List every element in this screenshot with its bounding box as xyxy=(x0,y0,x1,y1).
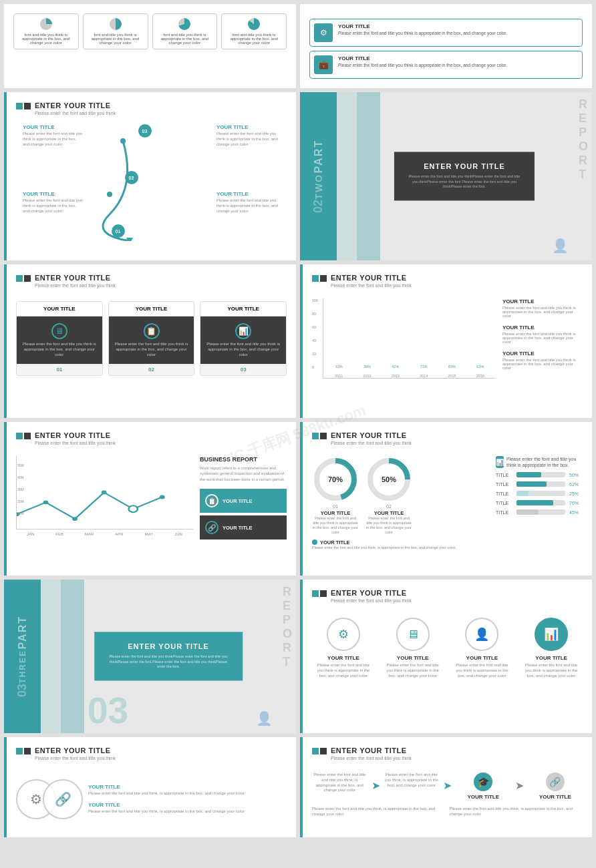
bar-subtitle: Please enter the font and title you thin… xyxy=(331,283,412,288)
feature-text-2: Please enter the font and title you thin… xyxy=(338,63,507,67)
step-left-bot: YOUR TITLE Please enter the font and tit… xyxy=(23,191,83,214)
prog-item-2: TITLE 62% xyxy=(496,481,583,487)
part-word: PART xyxy=(313,140,324,173)
legend-text-3: Please enter the font and title you thin… xyxy=(502,358,583,370)
roadmap-subtitle: Please enter the font and title you thin… xyxy=(35,111,116,116)
donut-item-title-1: YOUR TITLE xyxy=(312,510,359,516)
arrow-icon-1: ➤ xyxy=(371,779,380,792)
flow-item-title-2: YOUR TITLE xyxy=(88,802,287,808)
part3-report-letters: R E P O R T xyxy=(283,585,292,669)
bar-col-2015: 83% 2015 xyxy=(439,372,464,378)
report-your-title-2: YOUR TITLE xyxy=(222,525,253,531)
flow-item-title-1: YOUR TITLE xyxy=(88,784,287,790)
step-right-top: YOUR TITLE Please enter the font and tit… xyxy=(216,124,280,147)
bar-val-2012: 39% xyxy=(361,365,373,369)
x-jan: JAN xyxy=(27,532,34,536)
svg-point-8 xyxy=(160,495,165,499)
slide-header-line: ENTER YOUR TITLE Please enter the font a… xyxy=(16,431,287,451)
step-num-02: 02 xyxy=(125,171,138,184)
line-chart-area xyxy=(16,456,193,529)
pie-chart-3 xyxy=(178,18,190,30)
card-footer-1: 01 xyxy=(17,364,102,375)
prog-fill-5 xyxy=(516,509,539,515)
prog-bg-2 xyxy=(516,481,565,487)
prog-bg-3 xyxy=(516,491,565,496)
part-description: Please enter the font and title you thin… xyxy=(406,174,523,190)
report-your-title-1: YOUR TITLE xyxy=(222,498,253,504)
donut-layout: 70% 01 YOUR TITLE Please enter the font … xyxy=(312,456,583,550)
part3-left-bar: PART THREE 03 xyxy=(4,580,41,733)
letter-e: E xyxy=(579,112,588,126)
prog-item-1: TITLE 50% xyxy=(496,472,583,477)
roadmap-svg xyxy=(56,134,216,241)
teal-strip-3 xyxy=(61,580,84,733)
x-axis-labels: JAN FEB MAR APR MAY JUN xyxy=(16,532,193,536)
step-text-lb: Please enter the font and title you thin… xyxy=(23,198,83,214)
main-grid: font and title you think is appropriate … xyxy=(0,0,596,841)
part-center-box: ENTER YOUR TITLE Please enter the font a… xyxy=(394,152,535,200)
x-feb: FEB xyxy=(55,532,63,536)
feature-box-1: ⚙ YOUR TITLE Please enter the font and t… xyxy=(309,19,583,47)
pie-chart-2 xyxy=(110,18,122,30)
arrow-title: ENTER YOUR TITLE xyxy=(331,746,412,754)
flow-item-text-1: Please enter the font and title you thin… xyxy=(88,791,287,797)
y-20: 20 xyxy=(312,352,318,356)
dark-sq-flow xyxy=(24,748,31,754)
prog-desc: Please enter the font and title you thin… xyxy=(506,456,583,468)
teal-sq-bar xyxy=(312,275,319,282)
step-title-lb: YOUR TITLE xyxy=(23,191,83,197)
card-icon-1: 🖥 xyxy=(51,323,67,339)
bar-lbl-2012: 2012 xyxy=(363,374,371,378)
card-text-1: Please enter the font and title you thin… xyxy=(21,342,98,357)
prog-lbl-1: TITLE xyxy=(496,473,512,477)
icon-box-2: font and title you think is appropriate … xyxy=(83,13,148,49)
roadmap-content: YOUR TITLE Please enter the font and tit… xyxy=(16,124,287,251)
x-mar: MAR xyxy=(85,532,94,536)
card-icon-3: 📊 xyxy=(235,323,251,339)
svg-point-7 xyxy=(129,505,138,512)
af-item-3: 🎓 YOUR TITLE xyxy=(456,773,511,800)
part3-num: 03 xyxy=(15,684,29,697)
slide-header-bar: ENTER YOUR TITLE Please enter the font a… xyxy=(312,274,583,293)
letter-t: T xyxy=(579,168,588,182)
chart-area: 0 20 40 60 80 100 10% 2011 xyxy=(312,298,583,379)
arrow-header-sq xyxy=(312,748,327,754)
slide-header-donut: ENTER YOUR TITLE Please enter the font a… xyxy=(312,431,583,451)
prog-fill-3 xyxy=(516,491,529,496)
teal-sq-donut xyxy=(312,433,319,439)
line-chart-layout: JAN FEB MAR APR MAY JUN 10M 20M 30M 40M … xyxy=(16,456,287,539)
slide-roadmap: ENTER YOUR TITLE Please enter the font a… xyxy=(4,92,296,260)
p3-letter-r1: R xyxy=(283,585,292,599)
part-two-word: TWO xyxy=(313,174,324,200)
card-footer-3: 03 xyxy=(200,364,286,375)
prog-fill-1 xyxy=(516,472,541,477)
flow-header-sq xyxy=(16,748,31,754)
prog-val-1: 50% xyxy=(569,473,583,477)
part-num: 02 xyxy=(311,200,325,213)
part3-description: Please enter the font and title you thin… xyxy=(106,654,231,670)
legend-2: YOUR TITLE Please enter the font and tit… xyxy=(502,324,583,344)
card-3: YOUR TITLE 📊 Please enter the font and t… xyxy=(200,301,287,376)
legend-dot-title: YOUR TITLE xyxy=(320,539,350,546)
bt-item-1: Please enter the font and title you thin… xyxy=(312,807,446,817)
step-text-rt: Please enter the font and title you thin… xyxy=(216,132,280,147)
prog-bg-1 xyxy=(516,472,565,477)
part3-three-word: THREE xyxy=(18,650,27,684)
report-icon-2: 🔗 xyxy=(205,521,218,534)
slide-part-two: PART TWO 02 ENTER YOUR TITLE Please ente… xyxy=(300,92,592,260)
af-text-2: Please enter the font and title you thin… xyxy=(384,773,440,788)
part3-center-box: ENTER YOUR TITLE Please enter the font a… xyxy=(94,632,243,680)
letter-r2: R xyxy=(579,154,588,168)
af-item-2: Please enter the font and title you thin… xyxy=(384,773,440,791)
circles-row: ⚙ YOUR TITLE Please enter the font and t… xyxy=(312,618,583,678)
donuts-row: 70% 01 YOUR TITLE Please enter the font … xyxy=(312,456,490,535)
step-title-rt: YOUR TITLE xyxy=(216,124,280,130)
p3-letter-t: T xyxy=(283,655,292,669)
af-text-1: Please enter the font and title and titl… xyxy=(312,773,367,793)
dark-sq-circles xyxy=(320,590,327,597)
chart-legend: YOUR TITLE Please enter the font and tit… xyxy=(502,298,583,379)
teal-sq-line xyxy=(16,433,23,439)
bar-val-2016: 63% xyxy=(474,365,486,369)
bar-col-2013: 42% 2013 xyxy=(383,372,408,378)
y-60: 60 xyxy=(312,325,318,329)
